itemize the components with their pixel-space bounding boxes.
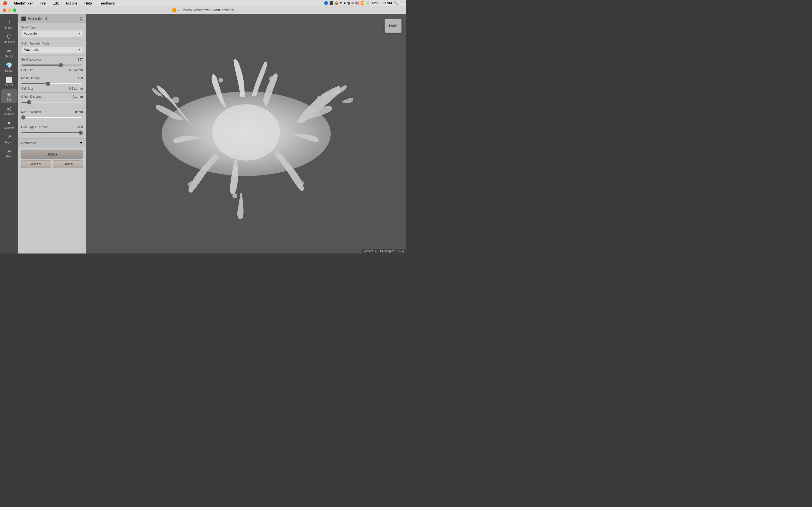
viewport[interactable]: BACK vertices: 45744 triangles: 92364 bbox=[86, 14, 406, 253]
sidebar-item-edit[interactable]: ◈ Edit bbox=[1, 89, 17, 103]
cancel-button[interactable]: Cancel bbox=[53, 160, 83, 168]
sidebar-item-print[interactable]: 🖨 Print bbox=[1, 146, 17, 160]
cell-size-1-value: 0.083 mm bbox=[69, 68, 83, 71]
mesh-density-slider-container bbox=[21, 81, 83, 85]
app-name[interactable]: Meshmixer bbox=[13, 1, 34, 5]
offset-distance-value: 0.1 mm bbox=[72, 95, 83, 98]
svg-point-7 bbox=[298, 180, 304, 186]
menu-edit[interactable]: Edit bbox=[51, 1, 60, 5]
sculpt-icon: ✏ bbox=[7, 48, 11, 54]
svg-point-3 bbox=[317, 96, 322, 101]
menu-actions[interactable]: Actions bbox=[64, 1, 79, 5]
accept-cancel-row: Accept Cancel bbox=[21, 160, 83, 168]
shaders-icon: ● bbox=[7, 119, 11, 126]
svg-point-1 bbox=[212, 104, 280, 161]
svg-point-2 bbox=[172, 97, 179, 103]
cull-edges-slider[interactable] bbox=[21, 132, 83, 133]
sidebar-label-import: Import bbox=[5, 26, 13, 29]
title-bar: 🟠 Autodesk Meshmixer - whirl_solid.obj bbox=[0, 6, 406, 14]
advanced-section[interactable]: Advanced ▼ bbox=[18, 138, 86, 147]
print-icon: 🖨 bbox=[6, 148, 12, 154]
window-title: Autodesk Meshmixer - whirl_solid.obj bbox=[178, 8, 234, 12]
offset-distance-section: Offset Distance 0.1 mm bbox=[18, 93, 86, 108]
sidebar-label-analysis: Analysis bbox=[4, 112, 14, 115]
sidebar-item-meshmix[interactable]: ⬡ Meshmix bbox=[1, 32, 17, 45]
offset-distance-slider[interactable] bbox=[21, 102, 83, 103]
import-icon: ＋ bbox=[6, 18, 12, 25]
mesh-density-value: 128 bbox=[78, 76, 83, 80]
app-icon: 🟠 bbox=[172, 8, 176, 12]
solid-accuracy-label: Solid Accuracy bbox=[21, 58, 42, 61]
color-transfer-dropdown[interactable]: Automatic None Fast bbox=[21, 46, 83, 53]
viewport-status: vertices: 45744 triangles: 92364 bbox=[361, 249, 406, 253]
panel-buttons: Update Accept Cancel bbox=[18, 147, 86, 171]
panel: ⬛ Make Solid ⚙ Solid Type Accurate Fast … bbox=[18, 14, 86, 253]
accept-button[interactable]: Accept bbox=[21, 160, 51, 168]
menu-help[interactable]: Help bbox=[83, 1, 93, 5]
cell-size-2-value: 0.111 mm bbox=[69, 87, 83, 90]
maximize-button[interactable] bbox=[13, 8, 16, 12]
meshmix-icon: ⬡ bbox=[7, 33, 11, 40]
svg-point-5 bbox=[269, 76, 274, 81]
cull-edges-slider-container bbox=[21, 130, 83, 134]
svg-point-8 bbox=[232, 193, 238, 198]
sidebar-label-shaders: Shaders bbox=[4, 126, 14, 129]
update-button[interactable]: Update bbox=[21, 150, 83, 159]
min-thickness-label: Min Thickness bbox=[21, 110, 41, 114]
advanced-label: Advanced bbox=[21, 141, 36, 145]
panel-title: Make Solid bbox=[28, 17, 47, 21]
color-transfer-label: Color Transfer Mode bbox=[21, 42, 83, 45]
main-layout: ＋ Import ⬡ Meshmix ✏ Sculpt 💎 Stamp ⬜ Se… bbox=[0, 14, 406, 253]
sidebar-label-print: Print bbox=[6, 155, 12, 158]
apple-menu[interactable]: 🍎 bbox=[2, 1, 7, 5]
sidebar-label-select: Select bbox=[5, 83, 13, 87]
mesh-density-slider[interactable] bbox=[21, 83, 83, 84]
solid-accuracy-slider-container bbox=[21, 62, 83, 66]
back-cube[interactable]: BACK bbox=[385, 18, 402, 33]
select-icon: ⬜ bbox=[6, 76, 13, 83]
sidebar-label-export: Export bbox=[5, 141, 13, 144]
min-thickness-section: Min Thickness 0 mm bbox=[18, 108, 86, 123]
solid-type-dropdown[interactable]: Accurate Fast Sharp Edge Preserve bbox=[21, 30, 83, 37]
cull-edges-section: Cull Edges Thresho 100 bbox=[18, 123, 86, 138]
min-thickness-value: 0 mm bbox=[75, 110, 83, 114]
sidebar-item-analysis[interactable]: ◎ Analysis bbox=[1, 103, 17, 117]
export-icon: ↗ bbox=[7, 133, 11, 140]
offset-distance-slider-container bbox=[21, 100, 83, 104]
sidebar-item-select[interactable]: ⬜ Select bbox=[1, 75, 17, 89]
settings-gear-icon[interactable]: ⚙ bbox=[79, 16, 83, 21]
menu-feedback[interactable]: Feedback bbox=[98, 1, 116, 5]
sidebar-item-shaders[interactable]: ● Shaders bbox=[1, 118, 17, 131]
sidebar: ＋ Import ⬡ Meshmix ✏ Sculpt 💎 Stamp ⬜ Se… bbox=[0, 14, 18, 253]
mesh-density-label: Mesh Density bbox=[21, 76, 40, 80]
search-icon[interactable]: 🔍 bbox=[394, 1, 398, 5]
stamp-icon: 💎 bbox=[6, 62, 13, 69]
solid-accuracy-section: Solid Accuracy 197 Cell Size 0.083 mm bbox=[18, 55, 86, 74]
menubar-icons: 🔵 ⬛ 📦 ⬆ ⬇ 🗑 ⊞ 🇺🇸 📶 🔋 bbox=[324, 1, 370, 5]
panel-title-icon: ⬛ bbox=[21, 16, 26, 21]
menu-icon[interactable]: ☰ bbox=[401, 1, 404, 5]
menu-file[interactable]: File bbox=[39, 1, 47, 5]
sidebar-item-import[interactable]: ＋ Import bbox=[1, 16, 17, 31]
mesh-model bbox=[136, 47, 356, 221]
svg-point-4 bbox=[218, 78, 223, 82]
sidebar-item-export[interactable]: ↗ Export bbox=[1, 132, 17, 146]
cull-edges-label: Cull Edges Thresho bbox=[21, 125, 48, 129]
solid-type-label: Solid Type bbox=[21, 25, 83, 29]
svg-point-6 bbox=[188, 181, 194, 187]
color-transfer-section: Color Transfer Mode Automatic None Fast … bbox=[18, 40, 86, 55]
sidebar-item-stamp[interactable]: 💎 Stamp bbox=[1, 60, 17, 74]
sidebar-label-stamp: Stamp bbox=[5, 69, 13, 72]
sidebar-item-sculpt[interactable]: ✏ Sculpt bbox=[1, 46, 17, 60]
menu-bar: 🍎 Meshmixer File Edit Actions Help Feedb… bbox=[0, 0, 406, 6]
panel-header: ⬛ Make Solid ⚙ bbox=[18, 14, 86, 23]
close-button[interactable] bbox=[3, 8, 6, 12]
min-thickness-slider[interactable] bbox=[21, 117, 83, 118]
sidebar-label-sculpt: Sculpt bbox=[5, 55, 13, 58]
solid-type-section: Solid Type Accurate Fast Sharp Edge Pres… bbox=[18, 23, 86, 40]
solid-accuracy-value: 197 bbox=[78, 58, 83, 61]
minimize-button[interactable] bbox=[8, 8, 11, 12]
min-thickness-slider-container bbox=[21, 115, 83, 119]
menubar-time: Mon 8:33 AM bbox=[372, 1, 392, 5]
solid-accuracy-slider[interactable] bbox=[21, 64, 83, 66]
